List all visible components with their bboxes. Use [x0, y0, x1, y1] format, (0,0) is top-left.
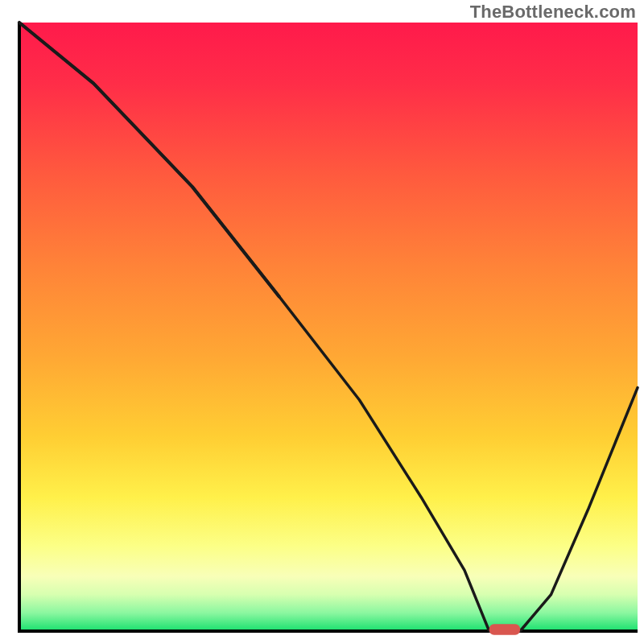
- plot-background: [19, 23, 638, 631]
- watermark-text: TheBottleneck.com: [470, 2, 636, 23]
- chart-svg: [0, 0, 644, 644]
- chart-container: TheBottleneck.com: [0, 0, 644, 644]
- optimal-marker: [489, 624, 520, 635]
